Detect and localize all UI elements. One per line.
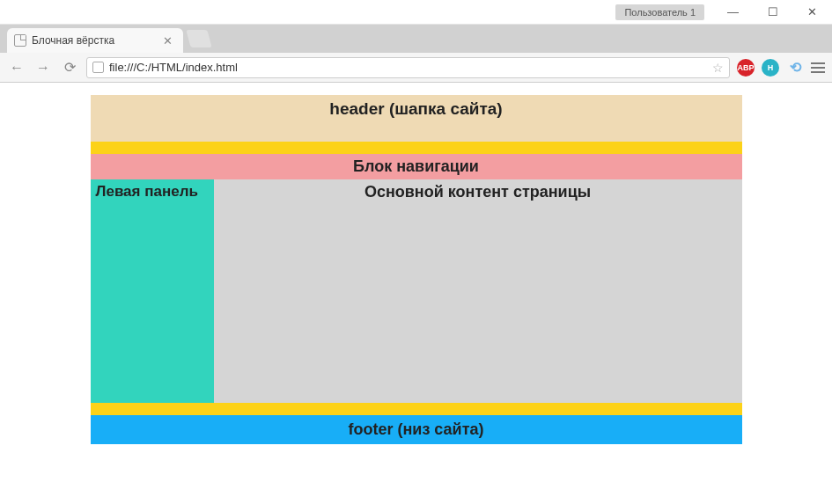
h-extension-icon[interactable]: H xyxy=(762,59,779,77)
page-layout: header (шапка сайта) Блок навигации Лева… xyxy=(91,95,742,444)
url-input[interactable] xyxy=(109,61,707,74)
bookmark-star-icon[interactable]: ☆ xyxy=(712,61,724,75)
tab-title: Блочная вёрстка xyxy=(32,34,114,47)
window-titlebar: Пользователь 1 — ☐ ✕ xyxy=(0,0,832,25)
sync-icon[interactable]: ⟲ xyxy=(786,59,804,77)
browser-toolbar: ← → ⟳ ☆ ABP H ⟲ xyxy=(0,53,832,83)
navigation-block: Блок навигации xyxy=(91,154,742,179)
minimize-button[interactable]: — xyxy=(713,0,753,25)
site-footer: footer (низ сайта) xyxy=(91,415,742,444)
window-controls: — ☐ ✕ xyxy=(713,0,832,25)
page-viewport: header (шапка сайта) Блок навигации Лева… xyxy=(0,83,832,504)
separator-top xyxy=(91,142,742,154)
browser-tab[interactable]: Блочная вёрстка ✕ xyxy=(7,28,183,53)
hamburger-menu-icon[interactable] xyxy=(811,62,825,73)
site-header: header (шапка сайта) xyxy=(91,95,742,142)
maximize-button[interactable]: ☐ xyxy=(753,0,792,25)
main-content: Основной контент страницы xyxy=(214,179,742,403)
back-button[interactable]: ← xyxy=(7,60,26,76)
left-panel: Левая панель xyxy=(91,179,214,403)
tab-close-button[interactable]: ✕ xyxy=(159,34,176,47)
abp-extension-icon[interactable]: ABP xyxy=(737,59,755,77)
new-tab-button[interactable] xyxy=(186,30,211,47)
content-columns: Левая панель Основной контент страницы xyxy=(91,179,742,403)
address-bar[interactable]: ☆ xyxy=(86,57,730,78)
tab-strip: Блочная вёрстка ✕ xyxy=(0,25,832,53)
page-icon xyxy=(14,34,26,47)
separator-bottom xyxy=(91,403,742,415)
reload-button[interactable]: ⟳ xyxy=(60,59,79,76)
forward-button[interactable]: → xyxy=(33,60,53,76)
user-badge[interactable]: Пользователь 1 xyxy=(615,4,704,20)
close-button[interactable]: ✕ xyxy=(792,0,832,25)
page-icon xyxy=(92,62,104,73)
